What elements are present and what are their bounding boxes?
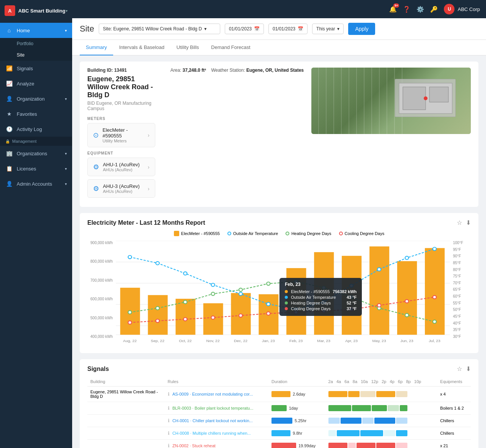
sidebar-item-label: Activity Log	[17, 126, 67, 132]
download-icon[interactable]: ⬇	[466, 219, 471, 226]
user-menu[interactable]: U ABC Corp	[444, 4, 480, 14]
svg-point-15	[267, 303, 270, 306]
legend-item-elec: ElecMeter - #590555	[174, 231, 220, 236]
timeline-seg	[362, 418, 374, 424]
meter-item[interactable]: ⊙ ElecMeter - #590555 Utility Meters ›	[87, 123, 155, 147]
sidebar-item-organization[interactable]: 👤 Organization ▾	[0, 91, 72, 106]
svg-point-37	[211, 316, 215, 319]
info-icon[interactable]: ℹ	[168, 443, 170, 448]
svg-rect-2	[429, 87, 448, 102]
sidebar-item-portfolio[interactable]: Portfolio	[0, 38, 72, 49]
tab-intervals[interactable]: Intervals & Baseload	[113, 40, 170, 55]
gear-icon[interactable]: ⚙️	[417, 6, 424, 13]
cell-duration: 1day	[268, 402, 325, 415]
sidebar-item-site[interactable]: Site	[0, 49, 72, 61]
site-meta: Area: 37,248.0 ft² Weather Station: Euge…	[170, 68, 304, 201]
user-name: ABC Corp	[458, 6, 480, 12]
sidebar-item-licenses[interactable]: 📋 Licenses ▾	[0, 161, 72, 176]
info-icon[interactable]: ℹ	[168, 431, 170, 436]
signal-timeline	[328, 418, 434, 424]
timeline-seg	[376, 391, 395, 397]
cell-duration: 19.99day	[268, 440, 325, 448]
rule-link[interactable]: AS-0009 · Economizer not modulating cor.…	[172, 392, 253, 396]
org-selector[interactable]: A ABC Smart Building ▾	[0, 0, 72, 21]
info-icon[interactable]: ℹ	[168, 405, 170, 411]
chart-icon: 📈	[5, 80, 13, 87]
equip-info: AHU-3 (AcuRev) AHUs (AcuRev)	[103, 183, 148, 194]
timeline-seg	[328, 405, 351, 411]
tab-summary[interactable]: Summary	[80, 40, 113, 55]
timeline-seg	[376, 443, 395, 448]
question-icon[interactable]: ❓	[403, 6, 410, 13]
management-label: Management	[12, 139, 36, 144]
apply-button[interactable]: Apply	[348, 23, 375, 35]
info-icon[interactable]: ℹ	[168, 391, 170, 397]
y-label: 35°F	[453, 328, 471, 332]
svg-point-24	[183, 300, 187, 304]
star-icon[interactable]: ☆	[457, 219, 462, 226]
date-end-input[interactable]: 01/01/2023 📅	[268, 24, 308, 34]
rule-link[interactable]: CH-0008 · Multiple chillers running when…	[172, 431, 251, 435]
bell-icon[interactable]: 🔔 9+	[389, 6, 397, 13]
equip-item-ahu3[interactable]: ⚙ AHU-3 (AcuRev) AHUs (AcuRev) ›	[87, 179, 155, 198]
login-icon[interactable]: 🔑	[430, 6, 438, 13]
bar-oct22	[175, 299, 195, 335]
building-name: Eugene, 29851 Willow Creek Road - Bldg D	[87, 75, 155, 99]
tab-utility-bills[interactable]: Utility Bills	[170, 40, 205, 55]
notification-badge: 9+	[393, 3, 399, 8]
svg-text:May, 23: May, 23	[372, 339, 386, 343]
rule-link[interactable]: BLR-0003 · Boiler plant lockout temperat…	[172, 406, 253, 410]
svg-point-14	[239, 292, 242, 296]
download-icon[interactable]: ⬇	[466, 365, 471, 372]
chart-area: 900,000 kWh 800,000 kWh 700,000 kWh 600,…	[87, 241, 471, 347]
y-axis-left: 900,000 kWh 800,000 kWh 700,000 kWh 600,…	[87, 241, 116, 347]
star-icon[interactable]: ☆	[457, 365, 462, 372]
svg-point-27	[267, 282, 270, 286]
rule-link[interactable]: ZN-0002 · Stuck reheat	[172, 443, 216, 448]
svg-point-22	[128, 311, 131, 314]
signal-timeline	[328, 391, 434, 397]
legend-dot	[339, 232, 343, 235]
svg-point-12	[183, 272, 187, 275]
info-icon[interactable]: ℹ	[168, 418, 170, 423]
timeline-seg	[328, 418, 340, 424]
chart-legend: ElecMeter - #590555 Outside Air Temperat…	[87, 231, 471, 236]
period-selector[interactable]: This year ▾	[312, 24, 344, 34]
col-timeline: 2a 4a 6a 8a 10a 12p 2p 4p 6p 8p 10p	[325, 377, 437, 386]
svg-point-23	[156, 306, 159, 310]
y-label: 55°F	[453, 301, 471, 305]
duration-bar	[271, 418, 292, 424]
building-icon: 🏢	[5, 150, 13, 157]
svg-text:Oct, 22: Oct, 22	[179, 339, 192, 343]
bar-may23	[369, 246, 389, 335]
sidebar-item-analyze[interactable]: 📈 Analyze	[0, 76, 72, 91]
equip-item-ahu1[interactable]: ⚙ AHU-1 (AcuRev) AHUs (AcuRev) ›	[87, 158, 155, 176]
duration-bar	[271, 405, 287, 411]
svg-text:Mar, 23: Mar, 23	[317, 339, 330, 343]
star-icon: ★	[5, 110, 13, 118]
sidebar-item-signals[interactable]: 📶 Signals	[0, 61, 72, 76]
cell-equipment: Boilers 1 & 2	[437, 402, 471, 415]
avatar: U	[444, 4, 454, 14]
sidebar-item-home[interactable]: ⌂ Home ▾	[0, 23, 72, 38]
timeline-seg	[388, 405, 399, 411]
meters-section: METERS ⊙ ElecMeter - #590555 Utility Met…	[87, 117, 155, 147]
sidebar-item-favorites[interactable]: ★ Favorites	[0, 106, 72, 121]
y-label: 400,000 kWh	[87, 334, 113, 339]
timeline-seg	[372, 405, 387, 411]
sidebar-item-activity-log[interactable]: 🕐 Activity Log	[0, 121, 72, 137]
cell-timeline	[325, 427, 437, 440]
rule-link[interactable]: CH-0001 · Chiller plant lockout not work…	[172, 418, 253, 423]
cell-building	[87, 415, 165, 427]
sidebar-item-admin-accounts[interactable]: 👤 Admin Accounts ▾	[0, 176, 72, 191]
timeline-seg	[396, 443, 407, 448]
tab-demand-forecast[interactable]: Demand Forecast	[205, 40, 256, 55]
chevron-icon: ▾	[65, 97, 67, 101]
site-selector[interactable]: Site: Eugene, 29851 Willow Creek Road - …	[99, 24, 220, 34]
cell-timeline	[325, 415, 437, 427]
sidebar-item-organizations[interactable]: 🏢 Organizations ▾	[0, 146, 72, 161]
date-start-input[interactable]: 01/01/2023 📅	[225, 24, 264, 34]
equip-icon: ⚙	[93, 185, 99, 193]
svg-point-21	[433, 247, 436, 251]
admin-icon: 👤	[5, 180, 13, 188]
